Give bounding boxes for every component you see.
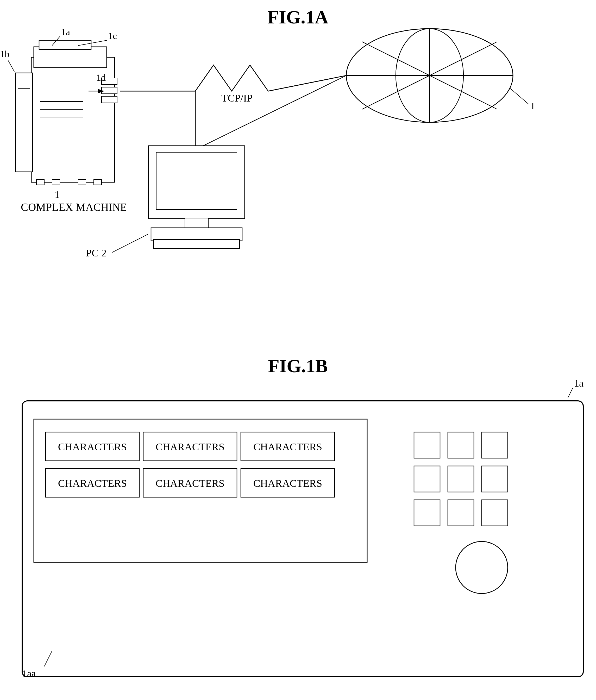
svg-rect-33	[154, 240, 240, 249]
char-btn-r1c1[interactable]: CHARACTERS	[58, 441, 127, 453]
svg-rect-54	[482, 500, 508, 526]
char-btn-r1c3[interactable]: CHARACTERS	[253, 441, 322, 453]
fig1a-title: FIG.1A	[267, 7, 328, 28]
label-1d: 1d	[96, 72, 106, 83]
svg-line-17	[8, 60, 14, 72]
svg-rect-2	[39, 40, 91, 49]
label-1a: 1a	[61, 27, 70, 37]
label-internet: I	[531, 100, 535, 111]
svg-rect-12	[94, 180, 102, 185]
svg-rect-32	[151, 228, 242, 241]
svg-rect-13	[16, 73, 32, 172]
svg-line-37	[568, 388, 573, 398]
svg-rect-4	[102, 87, 117, 94]
svg-rect-11	[78, 180, 86, 185]
label-1-machine: 1	[55, 189, 59, 200]
svg-rect-49	[414, 466, 440, 492]
char-btn-r1c2[interactable]: CHARACTERS	[156, 441, 225, 453]
svg-line-34	[112, 234, 148, 252]
svg-rect-9	[36, 180, 44, 185]
svg-rect-31	[185, 218, 208, 229]
svg-rect-53	[448, 500, 474, 526]
svg-line-28	[198, 75, 346, 148]
svg-rect-5	[102, 96, 117, 103]
svg-rect-48	[482, 432, 508, 458]
svg-rect-52	[414, 500, 440, 526]
svg-rect-50	[448, 466, 474, 492]
panel-1a-label: 1a	[574, 378, 583, 389]
svg-rect-51	[482, 466, 508, 492]
label-1b: 1b	[0, 49, 9, 59]
tcpip-label: TCP/IP	[221, 92, 253, 104]
svg-rect-10	[52, 180, 60, 185]
panel-1aa-label: 1aa	[22, 668, 36, 679]
svg-rect-46	[414, 432, 440, 458]
svg-rect-1	[34, 47, 107, 68]
pc-label: PC 2	[86, 247, 106, 259]
label-1c: 1c	[108, 31, 117, 41]
svg-line-26	[510, 89, 528, 104]
fig1b-title: FIG.1B	[268, 356, 328, 376]
svg-rect-30	[156, 152, 237, 209]
char-btn-r2c2[interactable]: CHARACTERS	[156, 477, 225, 489]
complex-machine-label: COMPLEX MACHINE	[21, 201, 127, 213]
char-btn-r2c3[interactable]: CHARACTERS	[253, 477, 322, 489]
char-btn-r2c1[interactable]: CHARACTERS	[58, 477, 127, 489]
svg-point-55	[456, 542, 508, 594]
svg-rect-47	[448, 432, 474, 458]
